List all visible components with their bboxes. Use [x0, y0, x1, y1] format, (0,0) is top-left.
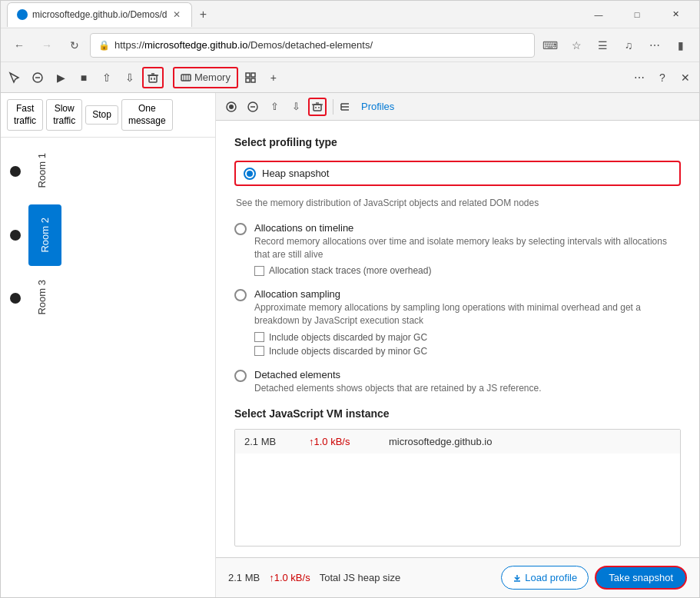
page-sidebar: Fasttraffic Slowtraffic Stop Onemessage …	[1, 93, 216, 597]
profile-content: Select profiling type Heap snapshot See …	[216, 121, 699, 557]
dt-help-button[interactable]: ?	[652, 67, 673, 88]
allocations-timeline-wrap: Allocations on timeline Record memory al…	[254, 222, 681, 277]
vm-rate: ↑1.0 kB/s	[309, 436, 370, 447]
refresh-button[interactable]: ↻	[62, 33, 87, 58]
detached-elements-radio[interactable]	[234, 370, 247, 382]
room-1-item[interactable]: Room 1	[7, 144, 209, 200]
profiles-nav-icon: Profiles	[340, 98, 402, 115]
minor-gc-checkbox[interactable]	[254, 346, 264, 356]
back-button[interactable]: ←	[7, 33, 32, 58]
footer-info: 2.1 MB ↑1.0 kB/s Total JS heap size	[228, 572, 400, 583]
footer: 2.1 MB ↑1.0 kB/s Total JS heap size Load…	[216, 557, 699, 597]
devtools-toolbar: ▶ ■ ⇧ ⇩ Memory + ⋯ ? ✕	[1, 62, 699, 93]
minimize-button[interactable]: —	[581, 2, 616, 27]
memory-tab-button[interactable]: Memory	[173, 67, 238, 88]
allocation-sampling-wrap: Allocation sampling Approximate memory a…	[254, 288, 681, 357]
forward-button[interactable]: →	[35, 33, 59, 58]
address-path: /Demos/detached-elements/	[247, 39, 373, 51]
settings-more-button[interactable]: ⋯	[642, 33, 667, 58]
profile-record-button[interactable]	[222, 98, 241, 116]
take-snapshot-button[interactable]: Take snapshot	[595, 566, 687, 590]
major-gc-row: Include objects discarded by major GC	[254, 332, 681, 343]
address-text: https://microsoftedge.github.io/Demos/de…	[114, 39, 373, 51]
profile-down-button[interactable]: ⇩	[287, 98, 305, 116]
fast-traffic-button[interactable]: Fasttraffic	[7, 99, 43, 131]
major-gc-label: Include objects discarded by major GC	[269, 332, 427, 343]
room-3-indicator	[10, 293, 21, 304]
heap-snapshot-desc: See the memory distribution of JavaScrip…	[236, 198, 539, 208]
extensions-button[interactable]: ♫	[616, 33, 641, 58]
major-gc-checkbox[interactable]	[254, 332, 264, 342]
nav-bar: ← → ↻ 🔒 https://microsoftedge.github.io/…	[1, 28, 699, 62]
down-button[interactable]: ⇩	[119, 67, 141, 88]
heap-snapshot-wrap: Heap snapshot	[262, 168, 672, 179]
svg-rect-11	[246, 73, 250, 77]
profile-clear-button[interactable]: ⇧	[265, 98, 284, 116]
room-2-label: Room 2	[39, 218, 51, 253]
heap-snapshot-label: Heap snapshot	[262, 168, 672, 179]
dt-right-buttons: ⋯ ? ✕	[629, 67, 696, 88]
maximize-button[interactable]: □	[619, 2, 655, 27]
tab-bar: microsoftedge.github.io/Demos/d ✕ +	[7, 2, 575, 27]
svg-rect-19	[314, 105, 321, 111]
allocation-stack-traces-checkbox[interactable]	[254, 266, 264, 276]
vm-url: microsoftedge.github.io	[389, 436, 492, 447]
footer-size: 2.1 MB	[228, 572, 260, 583]
address-bar[interactable]: 🔒 https://microsoftedge.github.io/Demos/…	[90, 33, 535, 58]
memory-tab-label: Memory	[194, 71, 231, 83]
close-button[interactable]: ✕	[658, 2, 693, 27]
room-2-indicator	[10, 230, 21, 241]
detached-elements-desc: Detached elements shows objects that are…	[254, 382, 681, 395]
stop-button[interactable]: ■	[73, 67, 95, 88]
vm-table: 2.1 MB ↑1.0 kB/s microsoftedge.github.io	[234, 429, 681, 547]
allocation-sampling-label: Allocation sampling	[254, 288, 681, 300]
tab-close-button[interactable]: ✕	[171, 8, 182, 22]
profile-delete-button[interactable]	[308, 98, 327, 116]
dt-close-button[interactable]: ✕	[675, 67, 696, 88]
pointer-button[interactable]: ▶	[50, 67, 71, 88]
allocation-sampling-radio[interactable]	[234, 289, 247, 301]
heap-snapshot-radio[interactable]	[244, 168, 256, 180]
footer-actions: Load profile Take snapshot	[501, 566, 687, 590]
one-message-button[interactable]: Onemessage	[121, 99, 173, 131]
nav-right-buttons: ⌨ ☆ ☰ ♫ ⋯ ▮	[538, 33, 693, 58]
minor-gc-row: Include objects discarded by minor GC	[254, 346, 681, 357]
room-1-label: Room 1	[36, 153, 48, 188]
footer-heap-label: Total JS heap size	[320, 572, 401, 583]
profile-stop-button[interactable]	[244, 98, 262, 116]
vm-instance-row[interactable]: 2.1 MB ↑1.0 kB/s microsoftedge.github.io	[235, 430, 680, 453]
collections-button[interactable]: ☰	[590, 33, 615, 58]
lock-icon: 🔒	[98, 40, 110, 51]
load-profile-button[interactable]: Load profile	[501, 566, 589, 590]
window-controls: — □ ✕	[581, 2, 693, 27]
svg-point-16	[229, 105, 234, 109]
allocation-sampling-desc: Approximate memory allocations by sampli…	[254, 301, 681, 327]
detached-elements-wrap: Detached elements Detached elements show…	[254, 369, 681, 395]
plus-button[interactable]: +	[263, 67, 284, 88]
inspect-element-button[interactable]	[4, 67, 25, 88]
stop-button[interactable]: Stop	[85, 105, 118, 125]
room-2-item[interactable]: Room 2	[7, 200, 209, 271]
profiles-label[interactable]: Profiles	[353, 98, 402, 115]
svg-rect-13	[246, 78, 250, 82]
allocations-timeline-desc: Record memory allocations over time and …	[254, 235, 681, 261]
application-tab-button[interactable]	[240, 67, 261, 88]
new-tab-button[interactable]: +	[192, 4, 214, 25]
allocations-timeline-option: Allocations on timeline Record memory al…	[234, 222, 681, 277]
room-3-item[interactable]: Room 3	[7, 271, 209, 327]
allocations-timeline-radio[interactable]	[234, 223, 247, 235]
room-1-box: Room 1	[28, 148, 55, 195]
vm-content-area	[235, 453, 680, 546]
up-button[interactable]: ⇧	[96, 67, 118, 88]
slow-traffic-button[interactable]: Slowtraffic	[46, 99, 82, 131]
favorites-button[interactable]: ☆	[564, 33, 589, 58]
minor-gc-label: Include objects discarded by minor GC	[269, 346, 427, 357]
svg-rect-12	[251, 73, 255, 77]
delete-button[interactable]	[142, 67, 164, 88]
console-button[interactable]	[27, 67, 48, 88]
profile-header: ⇧ ⇩	[216, 93, 699, 121]
dt-more-button[interactable]: ⋯	[629, 67, 650, 88]
active-tab[interactable]: microsoftedge.github.io/Demos/d ✕	[7, 2, 192, 27]
sidebar-button[interactable]: ▮	[668, 33, 693, 58]
read-aloud-button[interactable]: ⌨	[538, 33, 562, 58]
